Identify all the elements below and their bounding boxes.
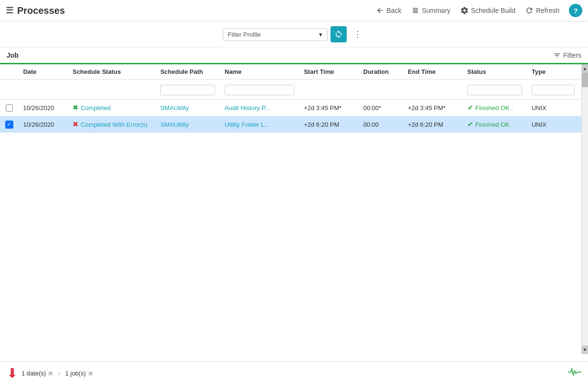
col-checkbox xyxy=(0,64,18,80)
filter-refresh-button[interactable] xyxy=(330,26,347,42)
header-title-group: ☰ Processes xyxy=(6,5,376,16)
col-date-header: Date xyxy=(18,64,68,80)
scrollbar-thumb[interactable] xyxy=(582,73,588,87)
row2-schedule-status: ✖ Completed With Error(s) xyxy=(68,116,155,133)
filter-icon xyxy=(553,51,561,59)
back-icon xyxy=(376,6,384,15)
row1-status-text: Finished OK xyxy=(475,104,510,111)
row2-status-text: Finished OK xyxy=(475,121,510,128)
row1-end-time: +2d 3:45 PM* xyxy=(403,100,463,116)
row1-name: Audit History P... xyxy=(220,100,299,116)
table-row[interactable]: ✓ 10/26/2020 ✖ Completed With Error(s) S… xyxy=(0,116,581,133)
date-filter-close[interactable]: ✕ xyxy=(48,370,53,377)
table-row[interactable]: 10/26/2020 ✖ Completed SMAUtility Audit … xyxy=(0,100,581,116)
more-icon: ⋮ xyxy=(353,29,362,40)
col-status-header: Status xyxy=(463,64,527,80)
filter-profile-select[interactable]: Filter Profile ▾ xyxy=(223,28,328,41)
col-duration-header: Duration xyxy=(359,64,403,80)
type-filter-input[interactable] xyxy=(532,85,575,95)
header-actions: Back Summary Schedule Build Refresh ? xyxy=(376,4,582,17)
refresh-button[interactable]: Refresh xyxy=(525,6,559,15)
schedule-build-button[interactable]: Schedule Build xyxy=(460,6,516,15)
scrollbar-up-button[interactable]: ▲ xyxy=(582,64,588,73)
table-wrapper: Date Schedule Status Schedule Path Name … xyxy=(0,64,588,354)
col-type-header: Type xyxy=(527,64,581,80)
name-filter-input[interactable] xyxy=(225,85,294,95)
status-filter-input[interactable] xyxy=(467,85,522,95)
help-label: ? xyxy=(573,7,578,15)
row2-status: ✔ Finished OK xyxy=(463,116,527,133)
row2-finished-ok-icon: ✔ xyxy=(467,120,474,129)
row2-status-error-icon: ✖ xyxy=(72,120,79,129)
filter-type-col xyxy=(527,80,581,100)
summary-icon xyxy=(411,6,420,15)
schedule-path-filter-input[interactable] xyxy=(160,85,215,95)
down-arrow-icon: ⬇ xyxy=(7,367,18,380)
row1-start-time: +2d 3:45 PM* xyxy=(299,100,359,116)
back-button[interactable]: Back xyxy=(376,6,402,15)
row2-type: UNIX xyxy=(527,116,581,133)
row1-type: UNIX xyxy=(527,100,581,116)
row2-schedule-path: SMAUtility xyxy=(155,116,220,133)
hamburger-icon[interactable]: ☰ xyxy=(6,5,13,16)
row2-name: Utility Folder L... xyxy=(220,116,299,133)
date-filter-text: 1 date(s) xyxy=(21,370,46,377)
refresh-label: Refresh xyxy=(536,7,559,14)
job-filter-tag: 1 job(s) ✕ xyxy=(65,370,93,377)
separator-icon: › xyxy=(58,370,60,377)
row2-checkbox-cell[interactable]: ✓ xyxy=(0,116,18,133)
help-button[interactable]: ? xyxy=(569,4,582,17)
main-table: Date Schedule Status Schedule Path Name … xyxy=(0,64,581,133)
row1-status-link[interactable]: Completed xyxy=(81,104,111,111)
filters-button[interactable]: Filters xyxy=(553,51,581,59)
col-name-header: Name xyxy=(220,64,299,80)
filter-more-button[interactable]: ⋮ xyxy=(350,26,366,42)
refresh-icon xyxy=(525,6,534,15)
table-filter-row xyxy=(0,80,581,100)
row1-path-link[interactable]: SMAUtility xyxy=(160,104,189,111)
gear-icon xyxy=(460,6,469,15)
filter-name-col xyxy=(220,80,299,100)
filter-schedule-status-col xyxy=(68,80,155,100)
filter-bar: Filter Profile ▾ ⋮ xyxy=(0,21,588,48)
header: ☰ Processes Back Summary Schedule Build … xyxy=(0,0,588,21)
row2-path-link[interactable]: SMAUtility xyxy=(160,121,189,128)
filter-status-col xyxy=(463,80,527,100)
row1-checkbox[interactable] xyxy=(6,104,13,111)
bottom-bar: ⬇ 1 date(s) ✕ › 1 job(s) ✕ xyxy=(0,361,588,385)
filter-start-col xyxy=(299,80,359,100)
row2-checkbox-checked[interactable]: ✓ xyxy=(5,121,13,129)
sync-icon xyxy=(334,30,343,39)
row1-name-link[interactable]: Audit History P... xyxy=(225,104,270,111)
filter-date-col xyxy=(18,80,68,100)
row1-schedule-status: ✖ Completed xyxy=(68,100,155,116)
job-bar: Job Filters xyxy=(0,48,588,64)
row1-status-dot: . xyxy=(511,104,513,111)
row1-duration: 00:00* xyxy=(359,100,403,116)
row2-start-time: +2d 6:20 PM xyxy=(299,116,359,133)
row1-date: 10/26/2020 xyxy=(18,100,68,116)
chevron-down-icon: ▾ xyxy=(319,31,322,38)
filter-end-col xyxy=(403,80,463,100)
row1-status-check-icon: ✖ xyxy=(72,103,79,112)
col-end-time-header: End Time xyxy=(403,64,463,80)
row2-end-time: +2d 6:20 PM xyxy=(403,116,463,133)
col-schedule-path-header: Schedule Path xyxy=(155,64,220,80)
scrollbar[interactable]: ▲ ▼ xyxy=(581,64,588,354)
scrollbar-down-button[interactable]: ▼ xyxy=(582,345,588,354)
col-start-time-header: Start Time xyxy=(299,64,359,80)
summary-label: Summary xyxy=(422,7,451,14)
scrollbar-track xyxy=(582,73,588,345)
summary-button[interactable]: Summary xyxy=(411,6,451,15)
row2-duration: 00:00 xyxy=(359,116,403,133)
job-filter-close[interactable]: ✕ xyxy=(88,370,93,377)
row2-status-link[interactable]: Completed With Error(s) xyxy=(81,121,147,128)
filter-profile-text: Filter Profile xyxy=(228,31,261,38)
row1-checkbox-cell[interactable] xyxy=(0,100,18,116)
filter-schedule-path-col xyxy=(155,80,220,100)
row2-name-link[interactable]: Utility Folder L... xyxy=(225,121,269,128)
table-container[interactable]: Date Schedule Status Schedule Path Name … xyxy=(0,64,581,354)
table-header-row: Date Schedule Status Schedule Path Name … xyxy=(0,64,581,80)
row1-status: ✔ Finished OK . xyxy=(463,100,527,116)
filter-duration-col xyxy=(359,80,403,100)
